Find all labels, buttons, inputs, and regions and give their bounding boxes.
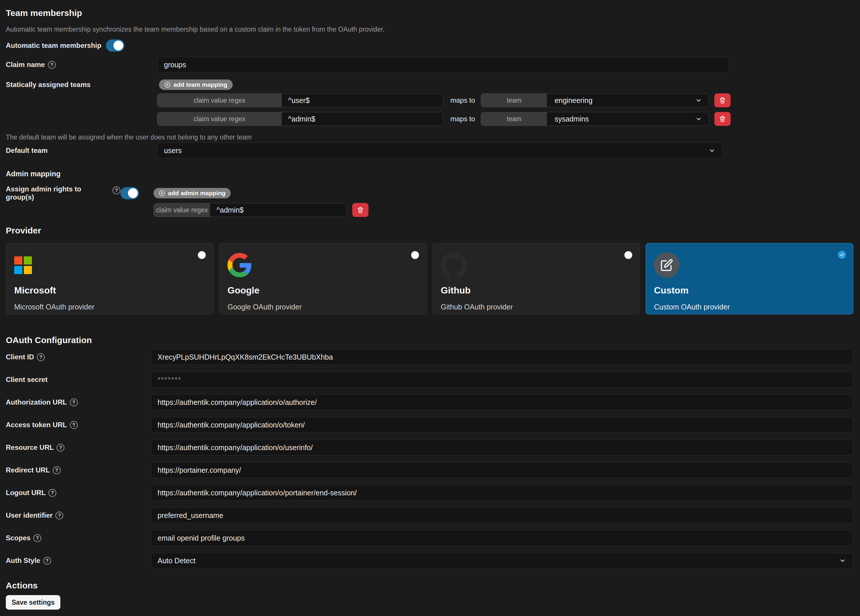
logout-url-input[interactable] xyxy=(151,485,853,501)
help-icon[interactable]: ? xyxy=(53,466,61,474)
claim-value-regex-label: claim value regex xyxy=(157,112,282,125)
provider-card-title: Microsoft xyxy=(14,285,205,296)
scopes-label: Scopes xyxy=(6,534,30,542)
delete-admin-mapping-button[interactable] xyxy=(352,203,369,217)
claim-name-label: Claim name xyxy=(6,61,45,69)
team-select[interactable]: sysadmins xyxy=(547,112,709,125)
resource-url-row: Resource URL? xyxy=(6,440,853,455)
google-logo-icon xyxy=(228,253,252,277)
team-mapping-row: claim value regex maps to team sysadmins xyxy=(157,112,853,126)
auth-style-row: Auth Style? Auto Detect xyxy=(6,553,853,569)
authorization-url-input[interactable] xyxy=(151,394,853,410)
help-icon[interactable]: ? xyxy=(56,444,64,451)
provider-title: Provider xyxy=(6,225,853,236)
client-id-label: Client ID xyxy=(6,353,34,361)
resource-url-input[interactable] xyxy=(151,440,853,455)
logout-url-row: Logout URL? xyxy=(6,485,853,501)
assign-admin-rights-label: Assign admin rights to group(s) xyxy=(6,185,110,201)
team-label: team xyxy=(481,112,547,125)
access-token-url-input[interactable] xyxy=(151,417,853,433)
client-secret-label: Client secret xyxy=(6,376,47,384)
oauth-configuration-title: OAuth Configuration xyxy=(6,335,853,346)
provider-card-custom[interactable]: Custom Custom OAuth provider xyxy=(646,243,853,314)
delete-mapping-button[interactable] xyxy=(714,93,731,107)
provider-card-github[interactable]: Github Github OAuth provider xyxy=(432,243,640,314)
actions-title: Actions xyxy=(6,580,853,591)
claim-name-input[interactable] xyxy=(157,57,729,72)
user-identifier-input[interactable] xyxy=(151,508,853,523)
help-icon[interactable]: ? xyxy=(33,534,41,542)
authorization-url-row: Authorization URL? xyxy=(6,394,853,410)
radio-unselected-icon[interactable] xyxy=(411,251,419,259)
add-admin-mapping-button[interactable]: add admin mapping xyxy=(154,188,231,198)
client-secret-input[interactable] xyxy=(151,372,853,387)
team-select-group: team sysadmins xyxy=(481,112,709,126)
team-label: team xyxy=(481,94,547,107)
claim-value-regex-input[interactable] xyxy=(210,203,347,217)
help-icon[interactable]: ? xyxy=(48,61,56,69)
help-icon[interactable]: ? xyxy=(113,187,121,194)
statically-assigned-teams-label: Statically assigned teams xyxy=(6,81,91,89)
help-icon[interactable]: ? xyxy=(37,353,45,361)
plus-circle-icon xyxy=(164,82,171,88)
assign-admin-rights-toggle[interactable] xyxy=(121,187,139,199)
default-team-label: Default team xyxy=(6,146,47,155)
add-team-mapping-button[interactable]: add team mapping xyxy=(159,80,233,90)
check-icon xyxy=(838,251,846,259)
edit-pencil-icon xyxy=(654,252,680,278)
radio-unselected-icon[interactable] xyxy=(198,251,206,259)
microsoft-logo-icon xyxy=(14,256,32,274)
default-team-hint: The default team will be assigned when t… xyxy=(6,133,853,141)
help-icon[interactable]: ? xyxy=(49,489,56,497)
team-mapping-row: claim value regex maps to team engineeri… xyxy=(157,93,853,107)
claim-value-regex-group: claim value regex xyxy=(157,112,443,126)
provider-cards: Microsoft Microsoft OAuth provider Googl… xyxy=(6,243,853,314)
claim-value-regex-input[interactable] xyxy=(282,112,443,125)
scopes-row: Scopes? xyxy=(6,530,853,546)
assign-admin-rights-row: Assign admin rights to group(s) ? add ad… xyxy=(6,185,853,201)
chevron-down-icon xyxy=(708,147,716,154)
access-token-url-label: Access token URL xyxy=(6,421,67,429)
settings-page: Team membership Automatic team membershi… xyxy=(0,0,860,610)
provider-card-description: Github OAuth provider xyxy=(441,303,632,311)
client-secret-row: Client secret xyxy=(6,372,853,387)
claim-name-row: Claim name ? xyxy=(6,57,853,72)
client-id-row: Client ID? xyxy=(6,349,853,365)
radio-unselected-icon[interactable] xyxy=(625,251,632,259)
team-membership-title: Team membership xyxy=(6,8,853,19)
trash-icon xyxy=(719,115,726,123)
auth-style-label: Auth Style xyxy=(6,556,40,565)
scopes-input[interactable] xyxy=(151,530,853,546)
access-token-url-row: Access token URL? xyxy=(6,417,853,433)
redirect-url-input[interactable] xyxy=(151,462,853,478)
trash-icon xyxy=(719,97,726,104)
provider-card-description: Microsoft OAuth provider xyxy=(14,303,205,311)
help-icon[interactable]: ? xyxy=(43,557,51,565)
help-icon[interactable]: ? xyxy=(70,421,78,429)
provider-card-microsoft[interactable]: Microsoft Microsoft OAuth provider xyxy=(6,243,213,314)
help-icon[interactable]: ? xyxy=(55,512,63,519)
admin-mapping-title: Admin mapping xyxy=(6,169,853,179)
provider-card-description: Google OAuth provider xyxy=(228,303,418,311)
provider-card-google[interactable]: Google Google OAuth provider xyxy=(219,243,427,314)
provider-card-title: Github xyxy=(441,285,632,296)
help-icon[interactable]: ? xyxy=(70,398,78,406)
team-select[interactable]: engineering xyxy=(547,94,709,107)
save-settings-button[interactable]: Save settings xyxy=(6,595,60,610)
auth-style-select[interactable]: Auto Detect xyxy=(151,553,853,569)
default-team-select[interactable]: users xyxy=(157,143,722,158)
admin-mapping-row: claim value regex xyxy=(154,203,853,217)
claim-value-regex-group: claim value regex xyxy=(157,93,443,107)
automatic-team-membership-toggle[interactable] xyxy=(106,39,124,52)
delete-mapping-button[interactable] xyxy=(714,112,731,126)
automatic-team-membership-row: Automatic team membership xyxy=(6,39,853,52)
claim-value-regex-input[interactable] xyxy=(282,94,443,107)
redirect-url-label: Redirect URL xyxy=(6,466,50,474)
provider-card-title: Google xyxy=(228,285,418,296)
user-identifier-label: User identifier xyxy=(6,511,52,519)
toggle-knob xyxy=(113,41,123,50)
provider-card-description: Custom OAuth provider xyxy=(654,303,845,311)
claim-value-regex-label: claim value regex xyxy=(154,203,210,217)
client-id-input[interactable] xyxy=(151,349,853,365)
toggle-knob xyxy=(128,188,138,198)
